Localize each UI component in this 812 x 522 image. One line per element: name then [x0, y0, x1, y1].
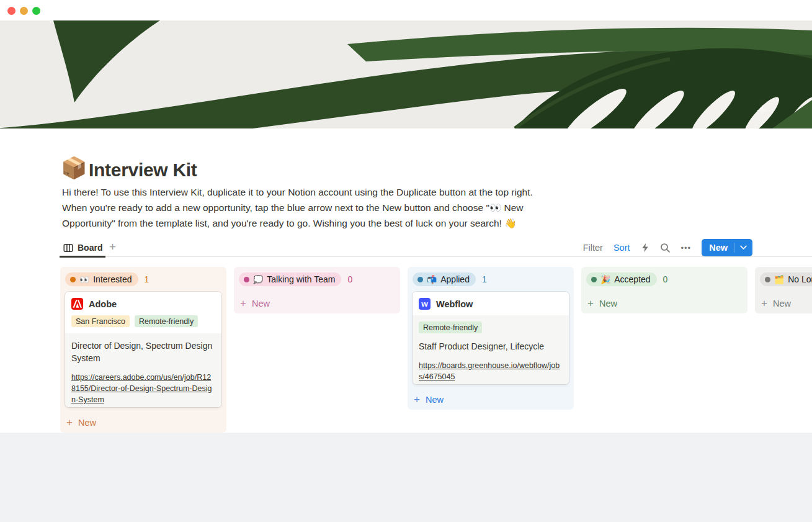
add-card-button-applied[interactable]: + New — [408, 389, 574, 410]
sort-button[interactable]: Sort — [613, 243, 630, 253]
tab-board[interactable]: Board — [60, 239, 106, 256]
column-name: Accepted — [614, 274, 650, 284]
column-name: Interested — [93, 274, 132, 284]
card-tags: San Francisco Remote-friendly — [65, 315, 221, 333]
card-header: Adobe — [65, 292, 221, 315]
plus-icon: + — [414, 394, 420, 405]
column-name: No Lon — [788, 274, 812, 284]
more-options-button[interactable]: ••• — [681, 243, 692, 253]
add-view-button[interactable]: + — [109, 241, 116, 253]
column-header: 👀 Interested 1 — [60, 267, 226, 290]
window-background — [0, 433, 812, 522]
board-view-icon — [63, 243, 73, 253]
plus-icon: + — [761, 298, 767, 308]
card-job-link[interactable]: https://boards.greenhouse.io/webflow/job… — [419, 360, 563, 382]
window-titlebar — [0, 0, 812, 20]
column-status-pill-applied[interactable]: 📬 Applied — [413, 272, 476, 286]
new-button-label: New — [702, 243, 734, 253]
board-column-applied: 📬 Applied 1 w Webflow Remote-friendly St… — [408, 267, 574, 410]
add-card-label: New — [773, 299, 791, 308]
column-status-pill-interested[interactable]: 👀 Interested — [65, 272, 138, 286]
column-status-pill-talking[interactable]: 💭 Talking with Team — [239, 272, 341, 286]
column-status-pill-no-longer[interactable]: 🗂️ No Lon — [760, 272, 812, 286]
column-count: 0 — [663, 274, 668, 284]
add-card-button-no-longer[interactable]: + New — [755, 293, 812, 313]
new-button-chevron-down-icon[interactable] — [734, 245, 752, 250]
notion-window: 📦 Interview Kit Hi there! To use this In… — [0, 0, 812, 522]
column-header: 📬 Applied 1 — [408, 267, 574, 290]
card-index-dividers-emoji-icon: 🗂️ — [774, 276, 784, 284]
add-card-button-talking[interactable]: + New — [234, 293, 400, 313]
page-icon[interactable]: 📦 — [61, 157, 87, 178]
webflow-logo-icon: w — [419, 298, 431, 310]
column-count: 0 — [347, 274, 352, 284]
card-details: Remote-friendly Staff Product Designer, … — [413, 315, 569, 384]
board-toolbar: Filter Sort ••• New — [583, 238, 752, 257]
column-header: 🗂️ No Lon — [755, 267, 812, 290]
page-content: 📦 Interview Kit Hi there! To use this In… — [0, 128, 812, 433]
card-details: Director of Design, Spectrum Design Syst… — [65, 333, 221, 407]
board-column-talking-with-team: 💭 Talking with Team 0 + New — [234, 267, 400, 313]
column-count: 1 — [145, 274, 149, 284]
tab-board-label: Board — [78, 243, 102, 253]
column-name: Talking with Team — [267, 274, 335, 284]
tag-remote: Remote-friendly — [135, 315, 198, 327]
page-description: Hi there! To use this Interview Kit, dup… — [62, 184, 537, 231]
new-button[interactable]: New — [702, 239, 752, 256]
card-company-name: Webflow — [436, 299, 473, 309]
add-card-label: New — [426, 395, 444, 405]
tag-location: San Francisco — [71, 315, 130, 327]
column-status-pill-accepted[interactable]: 🎉 Accepted — [586, 272, 657, 286]
column-header: 💭 Talking with Team 0 — [234, 267, 400, 290]
plus-icon: + — [240, 298, 246, 308]
thought-balloon-emoji-icon: 💭 — [253, 276, 263, 284]
column-count: 1 — [482, 274, 487, 284]
automations-bolt-icon[interactable] — [641, 243, 649, 253]
plus-icon: + — [587, 298, 594, 308]
tag-remote: Remote-friendly — [419, 322, 482, 333]
card-job-link[interactable]: https://careers.adobe.com/us/en/job/R128… — [71, 372, 215, 405]
status-dot — [244, 277, 249, 282]
board-column-interested: 👀 Interested 1 Adobe San Francisco Remot… — [60, 267, 226, 433]
window-close-button[interactable] — [7, 7, 16, 15]
party-popper-emoji-icon: 🎉 — [600, 276, 610, 284]
monstera-leaves-illustration — [0, 20, 812, 128]
filter-button[interactable]: Filter — [583, 243, 603, 253]
cover-image — [0, 20, 812, 128]
card-role: Staff Product Designer, Lifecycle — [419, 340, 563, 353]
card-webflow[interactable]: w Webflow Remote-friendly Staff Product … — [413, 292, 569, 384]
add-card-label: New — [252, 299, 270, 308]
board-column-accepted: 🎉 Accepted 0 + New — [581, 267, 747, 313]
card-role: Director of Design, Spectrum Design Syst… — [71, 340, 215, 364]
status-dot — [765, 277, 770, 282]
add-card-button-interested[interactable]: + New — [60, 412, 226, 433]
card-header: w Webflow — [413, 292, 569, 315]
page-title: Interview Kit — [89, 160, 197, 181]
plus-icon: + — [66, 417, 73, 428]
window-minimize-button[interactable] — [20, 7, 28, 15]
eyes-emoji-icon: 👀 — [79, 276, 89, 284]
card-company-name: Adobe — [89, 299, 117, 309]
card-tags: Remote-friendly — [419, 322, 563, 333]
active-tab-underline — [60, 256, 105, 258]
column-header: 🎉 Accepted 0 — [581, 267, 747, 290]
adobe-logo-icon — [71, 298, 83, 310]
window-zoom-button[interactable] — [32, 7, 40, 15]
board-column-no-longer: 🗂️ No Lon + New — [755, 267, 812, 313]
add-card-button-accepted[interactable]: + New — [581, 293, 747, 313]
column-name: Applied — [440, 274, 470, 284]
card-adobe[interactable]: Adobe San Francisco Remote-friendly Dire… — [65, 292, 221, 407]
mailbox-emoji-icon: 📬 — [427, 276, 437, 284]
add-card-label: New — [78, 418, 96, 428]
status-dot — [417, 277, 423, 282]
search-icon[interactable] — [660, 243, 671, 253]
add-card-label: New — [599, 299, 617, 308]
status-dot — [70, 277, 76, 282]
status-dot — [591, 277, 597, 282]
